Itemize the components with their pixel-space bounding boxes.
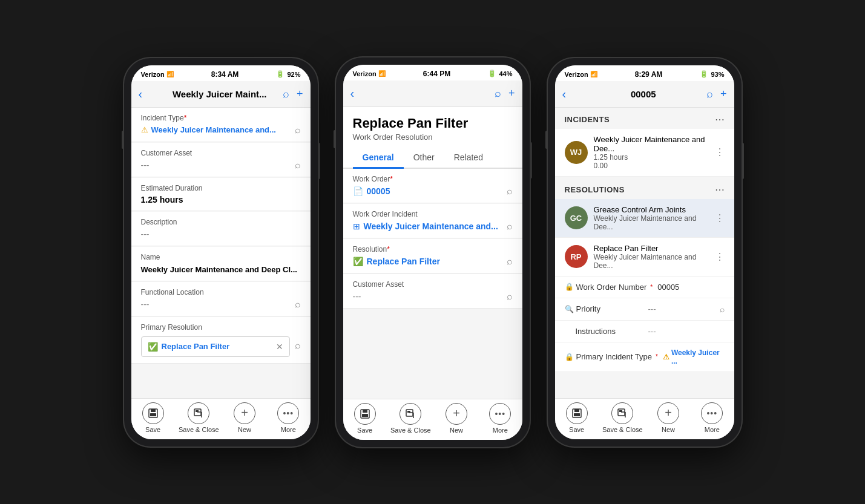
clear-resolution-button[interactable]: ✕ (276, 342, 283, 352)
battery-3: 93% (711, 71, 724, 78)
incident-row-wj[interactable]: WJ Weekly Juicer Maintenance and Dee... … (555, 129, 734, 177)
label-resolution: Resolution* (353, 245, 513, 254)
save-close-icon-3 (611, 402, 633, 424)
tab-general[interactable]: General (353, 146, 404, 169)
label-primary-incident-type: 🔒 Primary Incident Type * (565, 352, 658, 361)
back-button-3[interactable]: ‹ (562, 87, 581, 101)
back-button-2[interactable]: ‹ (350, 87, 369, 100)
search-button-2[interactable]: ⌕ (495, 87, 501, 100)
field-row-customer-asset-2: --- ⌕ (353, 291, 513, 302)
resolution-value[interactable]: Replace Pan Filter (162, 342, 230, 351)
tabs-bar-2: General Other Related (343, 146, 522, 169)
add-button-2[interactable]: + (508, 87, 515, 100)
phone-2: Verizon 📶 6:44 PM 🔋 44% ‹ ⌕ + Replace (336, 57, 530, 447)
toolbar-3: Save Save & Close + New ••• More (555, 398, 734, 439)
incident-row-more-wj[interactable]: ⋮ (715, 146, 725, 158)
field-row-resolution: ✅ Replace Pan Filter ⌕ (353, 256, 513, 267)
resolution-row-gc[interactable]: GC Grease Control Arm Joints Weekly Juic… (555, 199, 734, 238)
wo-incident-value[interactable]: Weekly Juicer Maintenance and... (364, 221, 498, 231)
info-field-instructions: Instructions --- (555, 321, 734, 342)
svg-rect-2 (150, 413, 156, 416)
resolution-row-rp[interactable]: RP Replace Pan Filter Weekly Juicer Main… (555, 238, 734, 277)
time-1: 8:34 AM (211, 70, 239, 79)
svg-rect-9 (407, 411, 410, 413)
phone-3: Verizon 📶 8:29 AM 🔋 93% ‹ 00005 ⌕ + (548, 58, 742, 447)
search-icon-resolution[interactable]: ⌕ (295, 340, 301, 351)
save-button-3[interactable]: Save (559, 402, 595, 433)
wifi-icon-3: 📶 (590, 71, 597, 77)
resolutions-section-header: RESOLUTIONS ⋯ (555, 178, 734, 199)
search-icon-priority[interactable]: ⌕ (720, 304, 725, 314)
save-close-button-1[interactable]: Save & Close (179, 402, 219, 433)
new-icon-2: + (446, 403, 467, 425)
save-button-2[interactable]: Save (347, 403, 383, 434)
warning-icon-pit: ⚠ (663, 353, 669, 361)
wifi-icon-2: 📶 (378, 70, 386, 77)
add-button-3[interactable]: + (720, 88, 727, 100)
more-icon-1: ••• (277, 402, 299, 424)
phone-1: Verizon 📶 8:34 AM 🔋 92% ‹ Weekly Juicer … (124, 58, 318, 447)
search-icon-wo-incident[interactable]: ⌕ (507, 221, 513, 232)
svg-rect-7 (362, 414, 368, 417)
label-primary-resolution: Primary Resolution (141, 323, 301, 332)
field-customer-asset-2: Customer Asset --- ⌕ (343, 274, 522, 309)
resolution-name-rp: Replace Pan Filter (594, 244, 709, 253)
estimated-duration-value: 1.25 hours (141, 195, 301, 205)
more-button-2[interactable]: ••• More (482, 403, 518, 434)
search-icon-work-order[interactable]: ⌕ (507, 186, 513, 197)
label-customer-asset: Customer Asset (141, 149, 301, 157)
resolution-info-gc: Grease Control Arm Joints Weekly Juicer … (594, 205, 709, 231)
incidents-more-button[interactable]: ⋯ (715, 114, 725, 125)
field-name: Name Weekly Juicer Maintenance and Deep … (131, 247, 311, 281)
svg-rect-14 (619, 410, 622, 412)
search-icon-resolution-2[interactable]: ⌕ (507, 256, 513, 267)
save-close-icon-1 (188, 402, 209, 424)
resolution-info-rp: Replace Pan Filter Weekly Juicer Mainten… (594, 244, 709, 270)
new-button-3[interactable]: + New (650, 402, 686, 433)
more-button-1[interactable]: ••• More (270, 402, 306, 433)
search-icon-functional-location[interactable]: ⌕ (295, 299, 301, 310)
battery-2: 44% (499, 70, 512, 77)
label-functional-location: Functional Location (141, 288, 301, 296)
svg-rect-11 (574, 409, 579, 412)
search-button-3[interactable]: ⌕ (706, 88, 713, 100)
tab-related[interactable]: Related (444, 146, 493, 169)
info-field-primary-incident-type: 🔒 Primary Incident Type * ⚠ Weekly Juice… (555, 342, 734, 372)
form-content-1: Incident Type* ⚠ Weekly Juicer Maintenan… (131, 108, 311, 398)
new-label-2: New (450, 427, 463, 434)
resolution-box: ✅ Replace Pan Filter ✕ (141, 336, 290, 357)
resolution-row-more-rp[interactable]: ⋮ (715, 251, 725, 263)
new-button-1[interactable]: + New (226, 402, 263, 433)
tab-other[interactable]: Other (404, 146, 444, 169)
search-icon-customer-asset-2[interactable]: ⌕ (507, 291, 513, 302)
status-left-1: Verizon 📶 (141, 71, 174, 78)
work-order-value[interactable]: 00005 (367, 186, 390, 196)
resolutions-more-button[interactable]: ⋯ (715, 184, 725, 195)
search-icon-customer-asset[interactable]: ⌕ (295, 160, 301, 171)
more-button-3[interactable]: ••• More (694, 402, 730, 433)
new-button-2[interactable]: + New (438, 403, 475, 434)
field-row-wo-incident: ⊞ Weekly Juicer Maintenance and... ⌕ (353, 221, 513, 232)
grid-icon-wo-incident: ⊞ (353, 221, 360, 231)
form-content-2: Work Order* 📄 00005 ⌕ Work Order Inciden… (343, 169, 522, 399)
work-order-value-row: 📄 00005 (353, 186, 390, 196)
functional-location-value: --- (141, 299, 150, 309)
resolution-row-more-gc[interactable]: ⋮ (715, 212, 725, 224)
status-bar-2: Verizon 📶 6:44 PM 🔋 44% (343, 65, 522, 80)
save-close-button-3[interactable]: Save & Close (602, 402, 643, 433)
resolution-inner: ✅ Replace Pan Filter (148, 342, 230, 352)
search-button-1[interactable]: ⌕ (283, 88, 289, 100)
field-row-work-order: 📄 00005 ⌕ (353, 186, 513, 197)
primary-incident-type-value[interactable]: ⚠ Weekly Juicer ... (663, 349, 725, 365)
field-row-customer-asset: --- ⌕ (141, 160, 301, 171)
save-button-1[interactable]: Save (135, 402, 171, 433)
incident-type-value[interactable]: Weekly Juicer Maintenance and... (151, 125, 276, 134)
resolution-value[interactable]: Replace Pan Filter (367, 257, 440, 266)
toolbar-1: Save Save & Close + New ••• More (131, 398, 311, 439)
add-button-1[interactable]: + (297, 88, 303, 100)
save-close-button-2[interactable]: Save & Close (390, 403, 431, 434)
page-title-2: Replace Pan Filter (353, 116, 513, 131)
search-icon-incident-type[interactable]: ⌕ (295, 125, 301, 136)
back-button-1[interactable]: ‹ (139, 87, 157, 101)
battery-icon-2: 🔋 (488, 70, 496, 77)
